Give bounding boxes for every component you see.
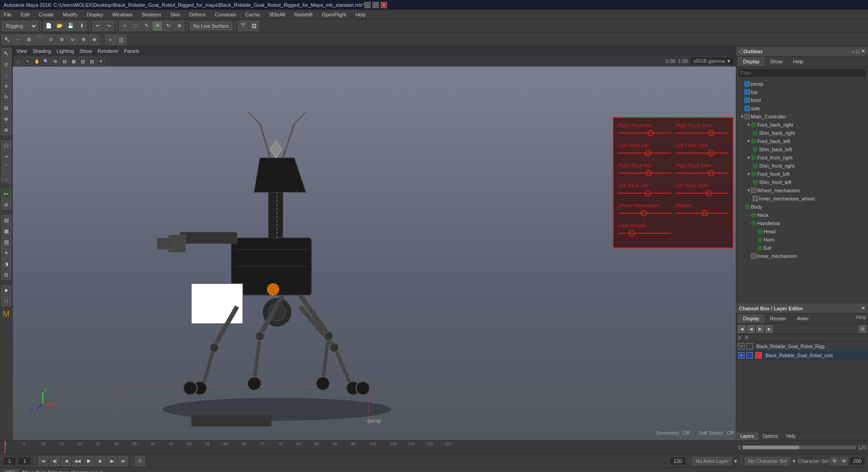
rfs-thumb[interactable] — [708, 130, 714, 136]
pb-start-frame[interactable] — [3, 457, 16, 465]
outliner-tab-show[interactable]: Show — [765, 57, 788, 66]
snap-to-curve-btn[interactable]: ⌒ — [35, 35, 45, 45]
new-file-button[interactable]: 📄 — [44, 21, 54, 31]
vpt-wireframe[interactable]: ▤ — [60, 57, 68, 65]
pb-char-set[interactable]: No Character Set — [745, 457, 790, 465]
close-button[interactable]: ✕ — [381, 2, 387, 8]
outliner-close-btn[interactable]: ✕ — [861, 48, 865, 54]
menu-create[interactable]: Create — [37, 12, 56, 17]
layers-tab[interactable]: Layers — [736, 432, 758, 440]
snap-to-grid-btn[interactable]: ⊞ — [24, 35, 34, 45]
tree-item-horn[interactable]: Horn — [736, 236, 868, 244]
lbh-slider[interactable] — [618, 190, 671, 196]
rbh-thumb[interactable] — [646, 170, 652, 176]
menu-deform[interactable]: Deform — [187, 12, 207, 17]
layer-audio2-btn[interactable]: ◀ — [747, 325, 754, 333]
pb-play-fwd[interactable]: ▶ — [84, 456, 94, 466]
layer-fwd-btn[interactable]: ▶ — [765, 325, 773, 333]
color-btn2[interactable]: □ — [1, 296, 11, 306]
vpt-light[interactable]: ☀ — [97, 57, 105, 65]
tree-item-handlebar[interactable]: Handlebar — [736, 219, 868, 227]
expand-wm[interactable]: ▼ — [746, 188, 751, 193]
layer2-p[interactable] — [746, 352, 753, 359]
rbs-slider[interactable] — [675, 170, 728, 176]
vpt-camera[interactable]: 🎥 — [15, 57, 23, 65]
layer2-vis[interactable]: V — [738, 352, 744, 359]
vpt-pan[interactable]: ✋ — [33, 57, 41, 65]
menu-help[interactable]: Help — [354, 12, 368, 17]
render-settings-button[interactable]: 🎬 — [238, 21, 248, 31]
expand-fbr[interactable]: ▼ — [746, 123, 751, 127]
plus-btn[interactable]: + — [105, 35, 115, 45]
display-quality-btn[interactable]: ▤ — [1, 215, 11, 225]
layer-play-btn[interactable]: ▶ — [756, 325, 764, 333]
outliner-tab-display[interactable]: Display — [738, 57, 765, 66]
joint-tool-btn[interactable]: ⬡ — [1, 140, 11, 150]
pb-last-frame[interactable]: ⏭ — [118, 456, 128, 466]
menu-edit[interactable]: Edit — [19, 12, 31, 17]
tree-item-top[interactable]: top — [736, 88, 868, 96]
lfh-slider[interactable] — [618, 150, 671, 156]
fw-thumb[interactable] — [629, 230, 635, 236]
cb-tab-display[interactable]: Display — [738, 314, 765, 323]
lfs-thumb[interactable] — [708, 150, 714, 156]
vp-renderer-menu[interactable]: Renderer — [98, 48, 119, 54]
rbs-thumb[interactable] — [708, 170, 714, 176]
menu-constrain[interactable]: Constrain — [213, 12, 238, 17]
vpt-frame-all[interactable]: ⊞ — [51, 57, 59, 65]
open-file-button[interactable]: 📂 — [55, 21, 65, 31]
pb-current-frame[interactable] — [18, 457, 31, 465]
menu-openflight[interactable]: OpenFlight — [320, 12, 348, 17]
outliner-minus-btn[interactable]: – — [852, 49, 854, 54]
tree-item-foot-back-right[interactable]: ▼ Foot_back_right — [736, 121, 868, 129]
vpt-smooth[interactable]: ▦ — [69, 57, 78, 65]
viewport[interactable]: View Shading Lighting Show Renderer Pane… — [13, 46, 736, 440]
tree-item-side[interactable]: side — [736, 104, 868, 113]
scale-tool-btn[interactable]: ⊞ — [1, 103, 11, 113]
translate-mode-btn[interactable]: → — [13, 35, 23, 45]
select-mode-btn[interactable]: ↖ — [2, 35, 12, 45]
tree-item-persp[interactable]: persp — [736, 80, 868, 88]
lasso-button[interactable]: ◌ — [130, 21, 140, 31]
bracket-btn[interactable]: [|] — [116, 35, 126, 45]
select-button[interactable]: ⊹ — [119, 21, 129, 31]
tree-item-neck[interactable]: Neck — [736, 211, 868, 219]
import-button[interactable]: ⬇ — [77, 21, 87, 31]
soft-mod-btn[interactable]: ⊛ — [1, 125, 11, 135]
cb-layers-help[interactable]: Help — [782, 432, 800, 440]
move-button[interactable]: ✛ — [152, 21, 162, 31]
paint-select-btn[interactable]: ⊙ — [1, 59, 11, 69]
outliner-search-input[interactable] — [738, 68, 866, 77]
wm-thumb[interactable] — [641, 210, 647, 216]
redo-button[interactable]: ↪ — [103, 21, 114, 31]
tree-item-front[interactable]: front — [736, 96, 868, 104]
menu-skin[interactable]: Skin — [169, 12, 182, 17]
wm-slider[interactable] — [618, 210, 671, 216]
rfh-slider[interactable] — [618, 130, 671, 136]
pb-end-frame[interactable] — [670, 457, 686, 465]
outliner-tab-help[interactable]: Help — [788, 57, 809, 66]
options-tab[interactable]: Options — [758, 432, 782, 440]
tree-item-foot-front-left[interactable]: ▼ Foot_front_left — [736, 170, 868, 178]
tree-item-ear[interactable]: Ear — [736, 244, 868, 252]
show-manipulator-btn[interactable]: ⊷ — [1, 189, 11, 199]
move-tool-btn[interactable]: ✛ — [1, 81, 11, 91]
color-btn1[interactable]: ■ — [1, 285, 11, 295]
vpt-shaded[interactable]: ▧ — [78, 57, 87, 65]
menu-windows[interactable]: Windows — [110, 12, 134, 17]
shading-btn[interactable]: ▦ — [1, 226, 11, 236]
maximize-button[interactable]: □ — [372, 2, 379, 8]
pb-anim-dropdown[interactable]: ▼ — [733, 458, 738, 464]
vp-panels-menu[interactable]: Panels — [124, 48, 140, 54]
cv-curve-btn[interactable]: ◟ — [1, 173, 11, 183]
timeline-ruler[interactable]: 1 5 10 15 20 25 30 35 40 45 50 55 60 65 … — [0, 441, 736, 454]
lfs-slider[interactable] — [675, 150, 728, 156]
snap-to-point-btn[interactable]: ⊙ — [46, 35, 56, 45]
pb-next-key[interactable]: |▶ — [107, 456, 117, 466]
layer1-p[interactable] — [746, 343, 753, 349]
vpt-select[interactable]: ↖ — [24, 57, 32, 65]
menu-cache[interactable]: Cache — [243, 12, 262, 17]
scale-button[interactable]: ⊕ — [174, 21, 184, 31]
xray-btn[interactable]: ⊟ — [1, 270, 11, 280]
expand-fbl[interactable]: ▼ — [746, 139, 751, 144]
